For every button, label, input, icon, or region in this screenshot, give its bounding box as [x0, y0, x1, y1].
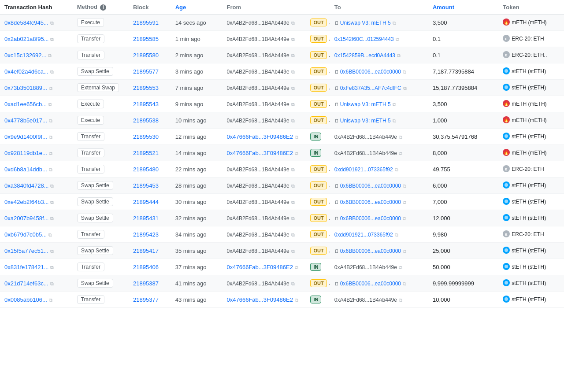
tx-hash-link[interactable]: 0x73b3501889... [4, 85, 47, 91]
tx-hash-link[interactable]: 0xc15c132692... [4, 52, 46, 59]
to-address[interactable]: 0x6BB00006...ea00c0000 [340, 183, 401, 189]
tx-hash-link[interactable]: 0xb679d7c0b5... [4, 231, 47, 238]
to-address[interactable]: 0x6BB00006...ea00c0000 [340, 281, 401, 287]
block-link[interactable]: 21895577 [133, 68, 159, 75]
copy-icon[interactable]: ⧉ [295, 134, 298, 140]
copy-icon[interactable]: ⧉ [291, 102, 295, 107]
to-address[interactable]: Uniswap V3: mETH 5 [340, 20, 391, 26]
to-address[interactable]: 0x6BB00006...ea00c0000 [340, 215, 401, 222]
copy-icon[interactable]: ⧉ [403, 281, 406, 287]
to-address[interactable]: 0xdd901921...073365f92 [334, 166, 393, 173]
copy-icon[interactable]: ⧉ [399, 297, 402, 303]
to-address[interactable]: 0x1542859B...ecd0A4443 [334, 52, 395, 59]
copy-icon[interactable]: ⧉ [403, 216, 406, 222]
copy-icon[interactable]: ⧉ [399, 265, 402, 270]
block-link[interactable]: 21895453 [133, 182, 159, 189]
copy-icon[interactable]: ⧉ [291, 200, 295, 205]
copy-icon[interactable]: ⧉ [291, 216, 295, 222]
block-link[interactable]: 21895377 [133, 296, 159, 303]
copy-icon[interactable]: ⧉ [393, 118, 396, 124]
copy-icon[interactable]: ⧉ [403, 69, 406, 75]
copy-icon[interactable]: ⧉ [48, 102, 52, 107]
copy-icon[interactable]: ⧉ [295, 297, 298, 303]
copy-icon[interactable]: ⧉ [403, 85, 407, 91]
block-link[interactable]: 21895521 [133, 150, 159, 156]
from-address[interactable]: 0x47666Fab...3F09486E2 [227, 133, 293, 140]
tx-hash-link[interactable]: 0xa2007b9458f... [4, 215, 48, 222]
to-address[interactable]: Uniswap V3: mETH 5 [340, 101, 391, 107]
copy-icon[interactable]: ⧉ [295, 151, 298, 156]
from-address[interactable]: 0x47666Fab...3F09486E2 [227, 296, 293, 303]
copy-icon[interactable]: ⧉ [403, 200, 406, 205]
to-address[interactable]: 0x6BB00006...ea00c0000 [340, 248, 401, 254]
copy-icon[interactable]: ⧉ [49, 134, 52, 140]
to-address[interactable]: Uniswap V3: mETH 5 [340, 118, 391, 124]
tx-hash-link[interactable]: 0x8de584fc945... [4, 19, 48, 26]
block-link[interactable]: 21895585 [133, 36, 159, 42]
tx-hash-link[interactable]: 0x15f5a77ec51... [4, 248, 48, 254]
method-info-icon[interactable]: i [100, 4, 106, 11]
copy-icon[interactable]: ⧉ [395, 167, 398, 173]
copy-icon[interactable]: ⧉ [49, 85, 52, 91]
from-address[interactable]: 0x47666Fab...3F09486E2 [227, 150, 293, 156]
copy-icon[interactable]: ⧉ [399, 151, 402, 156]
copy-icon[interactable]: ⧉ [50, 265, 54, 270]
copy-icon[interactable]: ⧉ [291, 248, 295, 254]
copy-icon[interactable]: ⧉ [291, 281, 295, 287]
copy-icon[interactable]: ⧉ [291, 20, 295, 26]
to-address[interactable]: 0x6BB00006...ea00c0000 [340, 69, 401, 75]
copy-icon[interactable]: ⧉ [399, 134, 402, 140]
tx-hash-link[interactable]: 0xd6b8a14ddb... [4, 166, 47, 173]
block-link[interactable]: 21895406 [133, 264, 159, 270]
from-address[interactable]: 0x47666Fab...3F09486E2 [227, 264, 293, 270]
to-address[interactable]: 0xdd901921...073365f92 [334, 232, 393, 238]
copy-icon[interactable]: ⧉ [50, 20, 54, 26]
copy-icon[interactable]: ⧉ [291, 232, 295, 238]
copy-icon[interactable]: ⧉ [49, 118, 52, 124]
tx-hash-link[interactable]: 0x4ef02a4d6ca... [4, 68, 48, 75]
copy-icon[interactable]: ⧉ [50, 37, 54, 42]
tx-hash-link[interactable]: 0x21d714ef63c... [4, 280, 48, 287]
block-link[interactable]: 21895580 [133, 52, 159, 59]
block-link[interactable]: 21895538 [133, 117, 159, 124]
copy-icon[interactable]: ⧉ [396, 37, 399, 42]
copy-icon[interactable]: ⧉ [50, 216, 54, 222]
block-link[interactable]: 21895431 [133, 215, 159, 222]
block-link[interactable]: 21895444 [133, 199, 159, 205]
tx-hash-link[interactable]: 0x2ab021a8f95... [4, 36, 48, 42]
copy-icon[interactable]: ⧉ [393, 20, 396, 26]
to-address[interactable]: 0x6BB00006...ea00c0000 [340, 199, 401, 205]
copy-icon[interactable]: ⧉ [49, 297, 52, 303]
copy-icon[interactable]: ⧉ [50, 281, 54, 287]
copy-icon[interactable]: ⧉ [50, 183, 54, 189]
copy-icon[interactable]: ⧉ [50, 69, 54, 75]
to-address[interactable]: 0x1542f60C...012594443 [334, 36, 394, 42]
tx-hash-link[interactable]: 0xad1ee656cb... [4, 101, 47, 107]
block-link[interactable]: 21895480 [133, 166, 159, 173]
copy-icon[interactable]: ⧉ [291, 183, 295, 189]
tx-hash-link[interactable]: 0x0085abb106... [4, 296, 47, 303]
block-link[interactable]: 21895417 [133, 248, 159, 254]
tx-hash-link[interactable]: 0x4778b5e017... [4, 117, 47, 124]
copy-icon[interactable]: ⧉ [403, 248, 406, 254]
block-link[interactable]: 21895543 [133, 101, 159, 107]
copy-icon[interactable]: ⧉ [291, 37, 295, 42]
copy-icon[interactable]: ⧉ [49, 151, 52, 156]
block-link[interactable]: 21895423 [133, 231, 159, 238]
copy-icon[interactable]: ⧉ [295, 265, 298, 270]
block-link[interactable]: 21895530 [133, 133, 159, 140]
copy-icon[interactable]: ⧉ [291, 53, 295, 59]
copy-icon[interactable]: ⧉ [50, 248, 54, 254]
copy-icon[interactable]: ⧉ [397, 53, 401, 59]
block-link[interactable]: 21895387 [133, 280, 159, 287]
tx-hash-link[interactable]: 0xe42eb2f64b3... [4, 199, 48, 205]
tx-hash-link[interactable]: 0x928119db1e... [4, 150, 47, 156]
copy-icon[interactable]: ⧉ [291, 69, 295, 75]
copy-icon[interactable]: ⧉ [395, 232, 398, 238]
block-link[interactable]: 21895553 [133, 85, 159, 91]
copy-icon[interactable]: ⧉ [291, 118, 295, 124]
copy-icon[interactable]: ⧉ [48, 53, 52, 59]
block-link[interactable]: 21895591 [133, 19, 159, 26]
copy-icon[interactable]: ⧉ [50, 200, 54, 205]
tx-hash-link[interactable]: 0x9e9d1400f9f... [4, 133, 47, 140]
